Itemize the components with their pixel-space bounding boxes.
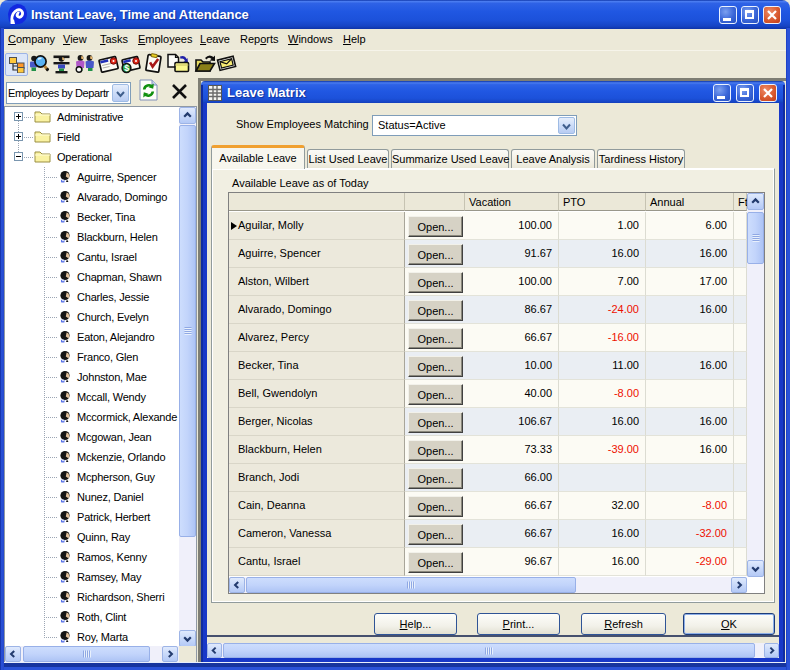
svg-text:$: $ <box>124 63 129 73</box>
